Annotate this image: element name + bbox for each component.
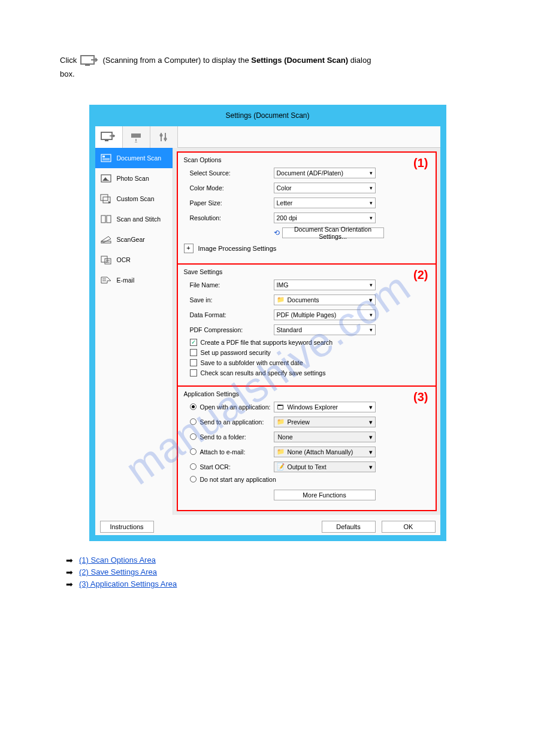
chevron-down-icon: ▾ [369, 433, 373, 441]
radio-start-ocr[interactable] [190, 463, 197, 470]
sidebar-item-ocr[interactable]: OCR [95, 250, 173, 270]
data-format-dropdown[interactable]: PDF (Multiple Pages)▾ [274, 309, 376, 320]
svg-point-8 [164, 137, 167, 140]
folder-icon: 📁 [277, 418, 285, 426]
radio-do-not-start[interactable] [190, 476, 197, 482]
checkbox-keyword-search[interactable]: ✓ [190, 339, 197, 346]
radio-send-app[interactable] [190, 418, 197, 425]
sidebar-item-photo-scan[interactable]: Photo Scan [95, 168, 173, 189]
sidebar-item-scan-stitch[interactable]: Scan and Stitch [95, 209, 173, 229]
label-select-source: Select Source: [184, 169, 274, 177]
checkbox-password[interactable] [190, 349, 197, 356]
chevron-down-icon: ▾ [370, 327, 373, 333]
svg-point-7 [160, 133, 163, 136]
save-in-dropdown[interactable]: 📁Documents▾ [274, 294, 376, 305]
select-source-dropdown[interactable]: Document (ADF/Platen)▾ [274, 168, 376, 178]
chevron-down-icon: ▾ [369, 448, 373, 456]
label-start-ocr: Start OCR: [200, 463, 231, 470]
links-list: ➡ (1) Scan Options Area ➡ (2) Save Setti… [66, 555, 475, 589]
more-functions-button[interactable]: More Functions [274, 490, 376, 500]
text-icon: 📝 [277, 463, 285, 470]
link-scan-options[interactable]: (1) Scan Options Area [79, 555, 156, 564]
start-ocr-dropdown[interactable]: 📝Output to Text▾ [274, 462, 376, 472]
attach-email-dropdown[interactable]: 📁None (Attach Manually)▾ [274, 447, 376, 457]
checkbox-subfolder[interactable] [190, 359, 197, 366]
sidebar-item-custom-scan[interactable]: Custom Scan [95, 189, 173, 209]
link-save-settings[interactable]: (2) Save Settings Area [79, 567, 157, 576]
section-title-scan: Scan Options [184, 156, 430, 163]
stitch-icon [100, 214, 112, 224]
link-app-settings[interactable]: (3) Application Settings Area [79, 579, 177, 588]
sidebar-label: Document Scan [117, 154, 162, 162]
chevron-down-icon: ▾ [370, 215, 373, 221]
chevron-down-icon: ▾ [369, 296, 373, 303]
chevron-down-icon: ▾ [370, 170, 373, 176]
svg-rect-19 [107, 215, 111, 223]
dialog-window: Settings (Document Scan) Document Scan [89, 105, 446, 541]
app-icon: 🗔 [277, 403, 285, 411]
preamble-pre: Click [60, 56, 79, 65]
orientation-settings-button[interactable]: Document Scan Orientation Settings... [282, 227, 384, 238]
section-number-1: (1) [413, 156, 428, 170]
radio-send-folder[interactable] [190, 433, 197, 440]
sidebar-item-scangear[interactable]: ScanGear [95, 229, 173, 250]
expand-button[interactable]: + [184, 244, 194, 253]
label-subfolder: Save to a subfolder with current date [201, 359, 303, 366]
label-pdf-compression: PDF Compression: [184, 326, 274, 333]
email-icon [100, 275, 112, 285]
photo-icon [100, 174, 112, 183]
checkbox-check-results[interactable] [190, 369, 197, 377]
label-save-in: Save in: [184, 296, 274, 303]
chevron-down-icon: ▾ [370, 185, 373, 191]
ok-button[interactable]: OK [382, 521, 436, 533]
label-image-processing: Image Processing Settings [198, 245, 277, 252]
send-app-dropdown[interactable]: 📁Preview▾ [274, 417, 376, 427]
label-attach-email: Attach to e-mail: [200, 448, 246, 456]
svg-rect-1 [85, 65, 90, 66]
arrow-icon: ➡ [66, 579, 73, 589]
main-area: Document Scan Photo Scan Custom Scan Sca… [95, 148, 440, 515]
paper-size-dropdown[interactable]: Letter▾ [274, 198, 376, 208]
sidebar-label: OCR [117, 256, 131, 263]
preamble-text: Click (Scanning from a Computer) to disp… [60, 54, 475, 81]
svg-rect-4 [131, 133, 141, 138]
instructions-button[interactable]: Instructions [100, 521, 154, 533]
open-app-dropdown[interactable]: 🗔Windows Explorer▾ [274, 402, 376, 412]
defaults-button[interactable]: Defaults [322, 521, 376, 533]
label-open-app: Open with an application: [200, 403, 271, 411]
radio-open-app[interactable] [190, 403, 197, 410]
sidebar-item-email[interactable]: E-mail [95, 270, 173, 290]
resolution-dropdown[interactable]: 200 dpi▾ [274, 212, 376, 223]
sidebar-item-document-scan[interactable]: Document Scan [95, 148, 173, 168]
label-password: Set up password security [201, 349, 271, 356]
window-titlebar: Settings (Document Scan) [95, 111, 440, 126]
label-color-mode: Color Mode: [184, 184, 274, 192]
sidebar-label: E-mail [117, 277, 135, 284]
sidebar-label: Custom Scan [117, 195, 155, 202]
document-icon [100, 153, 112, 163]
send-folder-dropdown[interactable]: None▾ [274, 432, 376, 442]
tab-general-settings[interactable] [150, 126, 178, 148]
filename-input[interactable]: IMG▾ [274, 280, 376, 290]
section-title-app: Application Settings [184, 390, 430, 397]
pdf-compression-dropdown[interactable]: Standard▾ [274, 324, 376, 335]
arrow-icon: ➡ [66, 567, 73, 577]
label-data-format: Data Format: [184, 311, 274, 318]
ocr-icon [100, 255, 112, 265]
section-number-2: (2) [413, 268, 428, 282]
chevron-down-icon: ▾ [370, 200, 373, 206]
tab-scan-from-computer[interactable] [95, 126, 123, 148]
section-save-settings: (2) Save Settings File Name: IMG▾ Save i… [177, 265, 437, 387]
scanner-icon [100, 235, 112, 244]
section-title-save: Save Settings [184, 268, 430, 275]
svg-rect-15 [101, 195, 108, 201]
preamble-line2: box. [60, 69, 75, 78]
svg-rect-9 [101, 154, 111, 162]
label-check-results: Check scan results and specify save sett… [201, 369, 326, 377]
preamble-dlgname: Settings (Document Scan) [251, 56, 348, 65]
color-mode-dropdown[interactable]: Color▾ [274, 183, 376, 193]
radio-attach-email[interactable] [190, 448, 197, 455]
sidebar-label: Photo Scan [117, 175, 149, 182]
sidebar-label: ScanGear [117, 236, 145, 243]
tab-scan-from-panel[interactable] [123, 126, 150, 148]
